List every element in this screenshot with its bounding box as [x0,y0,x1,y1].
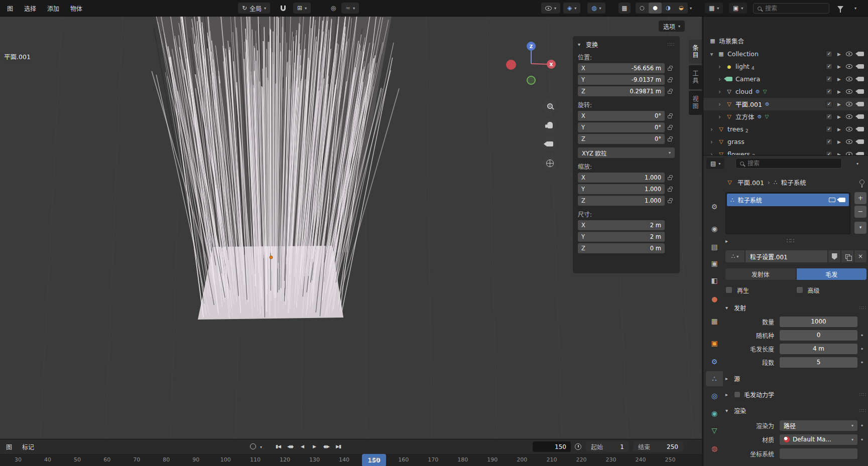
perspective-toggle-button[interactable] [542,156,557,171]
pin-icon[interactable] [859,180,864,185]
lock-icon[interactable] [665,199,675,203]
hide-eye-icon[interactable] [846,64,852,69]
topbar-menu-0[interactable]: 图 [2,3,18,14]
chevron-down-icon[interactable]: ▾ [856,162,858,166]
sidebar-tab-1[interactable]: 工具 [689,65,702,89]
expand-icon[interactable]: › [716,101,723,108]
particle-system-slot[interactable]: ∴ 粒子系统 [727,194,849,206]
regrow-checkbox[interactable] [725,286,732,293]
selectability-icon[interactable]: ▶ [837,64,841,69]
rotation-x-field[interactable]: X0° [578,111,665,121]
lock-icon[interactable] [665,114,675,118]
lock-icon[interactable] [665,137,675,141]
timeline-menu-0[interactable]: 图 [1,441,17,452]
location-y-field[interactable]: Y-9.0137 m [578,75,665,85]
outliner-search-input[interactable] [765,5,820,12]
render-visibility-icon[interactable] [857,114,864,119]
sidebar-tab-0[interactable]: 条目 [689,40,702,64]
outliner-search[interactable] [753,3,829,14]
jump-to-start-icon[interactable]: ▮◀ [272,441,284,452]
expand-icon[interactable]: › [708,126,715,133]
emission-field-0[interactable]: 1000 [780,317,857,327]
emission-field-3[interactable]: 5 [780,357,857,368]
lock-icon[interactable] [665,176,675,180]
coordinate-system-dropdown[interactable] [780,448,857,459]
filter-button[interactable] [834,3,846,14]
render-toggle-icon[interactable] [839,198,845,202]
dimensions-z-field[interactable]: Z0 m [578,243,665,253]
frame-start-field[interactable]: 起始 1 [586,441,629,452]
selectability-icon[interactable]: ▶ [837,114,841,119]
animate-dot[interactable]: • [857,345,866,353]
animate-dot[interactable]: • [857,422,866,429]
topbar-menu-1[interactable]: 选择 [19,3,41,14]
viewport-3d[interactable]: 平面.001 选项 ▾ Z X + ▾ 变换 ∷∷ 位置: [0,17,702,439]
outliner-row-5[interactable]: ›▽立方体⚙▽✓▶ [703,110,868,123]
expand-icon[interactable]: › [716,76,723,83]
object-visibility-dropdown[interactable]: ▾ [541,3,560,14]
outliner-row-4[interactable]: ›▽平面.001⚙✓▶ [703,98,868,110]
lock-icon[interactable] [665,78,675,82]
properties-search[interactable] [735,158,842,169]
properties-tab-data[interactable]: ▽ [706,423,723,438]
properties-tab-modifiers[interactable]: ⚙ [706,354,723,369]
properties-tab-particles[interactable]: ∴ [706,371,723,386]
material-shading-button[interactable]: ◑ [662,3,675,14]
rotation-y-field[interactable]: Y0° [578,122,665,132]
settings-browse-button[interactable]: ∴▾ [725,250,745,262]
render-visibility-icon[interactable] [857,139,864,144]
transform-panel-header[interactable]: ▾ 变换 ∷∷ [578,40,675,49]
render-visibility-icon[interactable] [857,89,864,94]
animate-dot[interactable]: • [857,436,866,443]
xray-toggle-button[interactable]: ▩ [618,3,631,14]
play-icon[interactable]: ▶ [308,441,320,452]
render-as-dropdown[interactable]: 路径 ▾ [780,420,857,431]
visibility-checkbox[interactable]: ✓ [826,151,832,155]
chevron-down-icon[interactable]: ▾ [690,6,692,11]
properties-tab-material[interactable]: ◍ [706,441,723,456]
properties-search-input[interactable] [748,160,823,167]
properties-tab-world[interactable]: ● [706,291,723,306]
properties-tab-output[interactable]: ▤ [706,239,723,254]
rendered-shading-button[interactable]: ◒ [675,3,688,14]
source-subpanel-header[interactable]: ▸ 源 [725,373,866,384]
properties-tab-view-layer[interactable]: ▣ [706,256,723,271]
visibility-checkbox[interactable]: ✓ [826,88,832,95]
current-frame-field[interactable]: 150 [533,441,571,452]
timeline-menu-1[interactable]: 标记 [17,441,39,452]
properties-tab-render[interactable]: ◉ [706,221,723,236]
render-visibility-icon[interactable] [857,77,864,81]
lock-icon[interactable] [665,89,675,94]
outliner-row-2[interactable]: ›Camera✓▶ [703,73,868,85]
render-visibility-icon[interactable] [857,102,864,106]
properties-tab-scene[interactable]: ◧ [706,273,723,288]
visibility-checkbox[interactable]: ✓ [826,51,832,57]
emission-panel-header[interactable]: ▾ 发射 ∷∷ [725,302,866,313]
viewport-display-icon[interactable] [829,198,835,202]
new-copy-button[interactable] [841,250,853,262]
location-z-field[interactable]: Z0.29871 m [578,86,665,96]
visibility-checkbox[interactable]: ✓ [826,63,832,70]
outliner-row-3[interactable]: ›▽cloud⚙▽✓▶ [703,85,868,98]
gizmos-dropdown[interactable]: ◈▾ [563,3,580,14]
animate-dot[interactable]: • [857,359,866,366]
settings-name-field[interactable]: 粒子设置.001 [746,250,827,262]
scale-z-field[interactable]: Z1.000 [578,196,665,206]
fake-user-button[interactable] [828,250,840,262]
panel-grip[interactable]: ∷∷ [859,305,866,310]
specials-dropdown-button[interactable]: ▾ [854,222,866,234]
properties-tab-collection[interactable]: ▦ [706,314,723,329]
scene-collection-row[interactable]: ▦ 场景集合 [703,35,868,47]
properties-tab-tool[interactable]: ⚙ [706,199,723,214]
prev-keyframe-icon[interactable]: ◀◆ [284,441,296,452]
unlink-button[interactable]: × [854,250,866,262]
render-panel-header[interactable]: ▾ 渲染 ∷∷ [725,405,866,416]
emission-field-1[interactable]: 0 [780,330,857,341]
hide-eye-icon[interactable] [846,114,852,119]
navigation-gizmo[interactable]: Z X [502,38,557,93]
visibility-checkbox[interactable]: ✓ [826,126,832,132]
selectability-icon[interactable]: ▶ [837,89,841,94]
solid-shading-button[interactable]: ● [649,3,662,14]
sidebar-tab-2[interactable]: 视图 [689,91,702,115]
properties-tab-physics[interactable]: ◎ [706,388,723,403]
